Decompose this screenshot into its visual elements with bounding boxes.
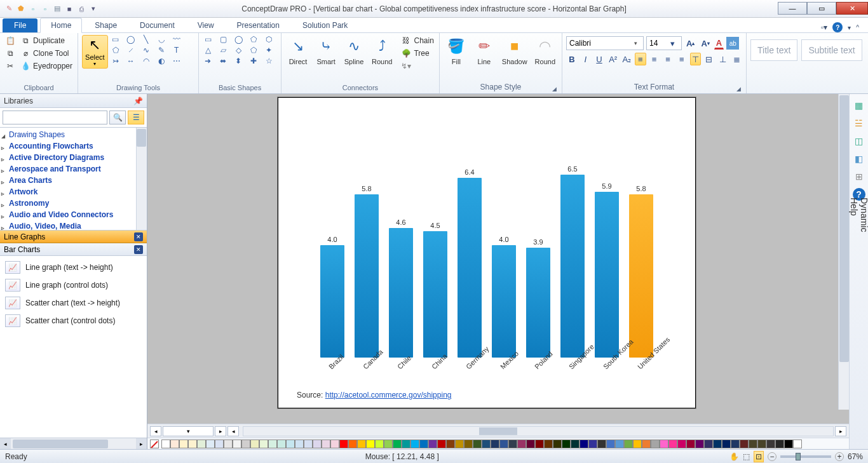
color-swatch[interactable]: [250, 440, 259, 448]
font-input[interactable]: [569, 39, 628, 48]
color-swatch[interactable]: [535, 440, 544, 448]
rail-icon-3[interactable]: ◫: [853, 135, 865, 147]
library-category[interactable]: Audio, Video, Media: [9, 220, 147, 231]
ribbon-opts-icon[interactable]: ▫▾: [821, 23, 827, 32]
color-swatch[interactable]: [713, 440, 722, 448]
subtitle-text-box[interactable]: Subtitle text: [801, 39, 862, 61]
scroll-right-icon[interactable]: ▸: [136, 438, 147, 449]
color-swatch[interactable]: [633, 440, 642, 448]
color-swatch[interactable]: [731, 440, 740, 448]
copy-button[interactable]: ⧉: [4, 48, 17, 59]
library-category[interactable]: Active Directory Diagrams: [9, 152, 147, 163]
curve-tool[interactable]: 〰: [172, 35, 182, 44]
arc2-tool[interactable]: ◠: [141, 57, 151, 65]
canvas-vscroll[interactable]: [838, 94, 849, 410]
color-swatch[interactable]: [624, 440, 633, 448]
qat-print-icon[interactable]: ⎙: [76, 4, 86, 14]
rect-tool[interactable]: ▭: [111, 35, 121, 44]
spline-connector[interactable]: ∿Spline: [341, 35, 367, 67]
color-swatch[interactable]: [740, 440, 749, 448]
color-swatch[interactable]: [464, 440, 473, 448]
line-tool[interactable]: ╲: [141, 35, 151, 44]
color-swatch[interactable]: [775, 440, 784, 448]
color-swatch[interactable]: [446, 440, 455, 448]
cut-button[interactable]: ✂: [4, 60, 17, 72]
bold-button[interactable]: B: [566, 53, 578, 65]
rail-icon-1[interactable]: ▦: [853, 99, 865, 112]
file-tab[interactable]: File: [3, 18, 37, 32]
tab-home[interactable]: Home: [40, 18, 82, 33]
color-swatch[interactable]: [455, 440, 464, 448]
color-swatch[interactable]: [161, 440, 170, 448]
zoom-in-button[interactable]: +: [835, 452, 844, 461]
color-swatch[interactable]: [677, 440, 686, 448]
accordion-bar-charts[interactable]: Bar Charts✕: [0, 243, 147, 256]
bezier-tool[interactable]: ∿: [141, 46, 151, 55]
tab-shape[interactable]: Shape: [85, 18, 127, 32]
zoom-out-button[interactable]: −: [768, 452, 776, 461]
color-swatch[interactable]: [499, 440, 508, 448]
library-scrollbar[interactable]: [136, 128, 147, 230]
color-swatch[interactable]: [357, 440, 366, 448]
color-swatch[interactable]: [224, 440, 233, 448]
shape-stencil[interactable]: 📈Scatter chart (text -> height): [0, 294, 147, 312]
color-swatch[interactable]: [170, 440, 179, 448]
bar[interactable]: [389, 228, 413, 358]
text-tool[interactable]: T: [172, 46, 182, 55]
ellipse-tool[interactable]: ◯: [126, 35, 136, 44]
bar[interactable]: [492, 245, 516, 358]
eyedropper-button[interactable]: 💧Eyedropper: [19, 60, 74, 72]
paste-button[interactable]: 📋: [4, 35, 17, 46]
valign-mid-button[interactable]: ⊟: [703, 53, 715, 65]
conn-tool[interactable]: ↣: [111, 57, 121, 65]
color-swatch[interactable]: [757, 440, 766, 448]
shape-stencil[interactable]: 📈Line graph (text -> height): [0, 258, 147, 276]
color-swatch[interactable]: [606, 440, 615, 448]
path-tool[interactable]: ⟋: [126, 46, 136, 55]
tab-presentation[interactable]: Presentation: [227, 18, 290, 32]
tab-solution-park[interactable]: Solution Park: [292, 18, 358, 32]
ribbon-min-icon[interactable]: ▾: [848, 24, 851, 31]
fit-page-icon[interactable]: ⊡: [754, 451, 764, 462]
library-category[interactable]: Aerospace and Transport: [9, 163, 147, 175]
tab-next-button[interactable]: ▸: [215, 426, 226, 436]
minimize-button[interactable]: —: [778, 2, 807, 15]
color-swatch[interactable]: [722, 440, 731, 448]
zoom-slider[interactable]: [780, 455, 831, 458]
color-swatch[interactable]: [322, 440, 330, 448]
color-swatch[interactable]: [544, 440, 553, 448]
round-connector[interactable]: ⤴Round: [369, 35, 395, 67]
qat-shield-icon[interactable]: ⬟: [16, 4, 26, 14]
bar[interactable]: [560, 175, 585, 358]
italic-button[interactable]: I: [580, 53, 592, 65]
subscript-button[interactable]: A₂: [621, 53, 632, 65]
tree-connector[interactable]: 🌳Tree: [400, 48, 435, 59]
color-swatch[interactable]: [384, 440, 393, 448]
color-swatch[interactable]: [366, 440, 375, 448]
color-swatch[interactable]: [233, 440, 241, 448]
grow-font-icon[interactable]: A▴: [684, 37, 696, 50]
accordion-line-graphs[interactable]: Line Graphs✕: [0, 231, 147, 243]
color-swatch[interactable]: [580, 440, 588, 448]
bar[interactable]: [355, 194, 379, 358]
title-text-box[interactable]: Title text: [750, 39, 797, 61]
color-swatch[interactable]: [419, 440, 428, 448]
shadow-button[interactable]: ■Shadow: [499, 35, 530, 67]
color-swatch[interactable]: [784, 440, 793, 448]
color-swatch[interactable]: [402, 440, 410, 448]
color-swatch[interactable]: [206, 440, 215, 448]
color-swatch[interactable]: [651, 440, 660, 448]
library-category[interactable]: Astronomy: [9, 198, 147, 209]
color-swatch[interactable]: [179, 440, 188, 448]
bar[interactable]: [320, 245, 344, 358]
tab-view[interactable]: View: [187, 18, 224, 32]
color-swatch[interactable]: [304, 440, 313, 448]
zoom-level[interactable]: 67%: [848, 452, 863, 461]
color-swatch[interactable]: [330, 440, 339, 448]
qat-new-icon[interactable]: ▫: [28, 4, 38, 14]
color-swatch[interactable]: [597, 440, 606, 448]
rail-icon-5[interactable]: ⊞: [853, 170, 865, 183]
chain-connector[interactable]: ⛓Chain: [400, 35, 435, 46]
rail-icon-2[interactable]: ☱: [853, 117, 865, 130]
font-combo[interactable]: ▾: [566, 36, 644, 50]
